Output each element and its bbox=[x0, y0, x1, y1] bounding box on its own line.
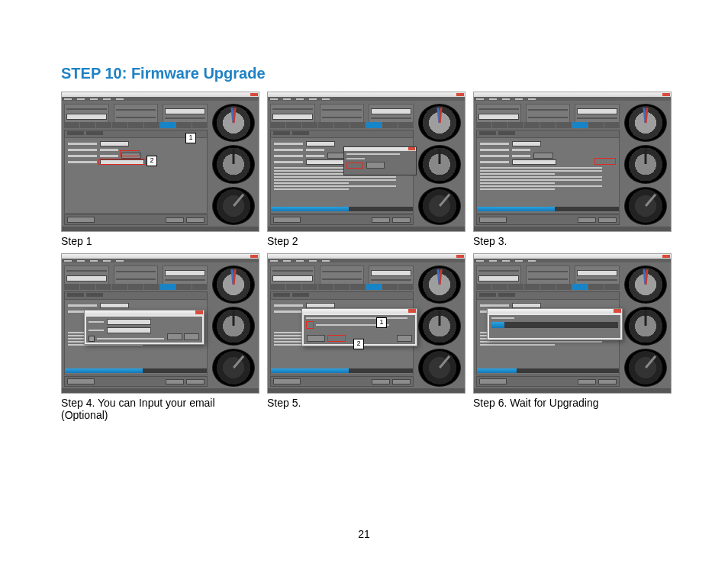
step-3-caption: Step 3. bbox=[473, 235, 672, 247]
step-1-cell: 1 2 Step 1 bbox=[61, 92, 259, 247]
callout-2: 2 bbox=[353, 339, 364, 349]
callout-1: 1 bbox=[376, 317, 387, 328]
side-gauge bbox=[212, 145, 255, 183]
step-6-caption: Step 6. Wait for Upgrading bbox=[473, 397, 672, 409]
registration-dialog bbox=[84, 310, 205, 345]
screenshot-grid: 1 2 Step 1 bbox=[61, 92, 667, 421]
step-5-cell: 1 2 Step 5. bbox=[267, 253, 465, 421]
step-3-screenshot bbox=[473, 92, 672, 232]
check-button-highlight bbox=[120, 150, 140, 156]
step-2-screenshot bbox=[267, 92, 465, 232]
callout-2: 2 bbox=[147, 156, 157, 166]
step-4-caption: Step 4. You can Input your email (Option… bbox=[61, 397, 259, 421]
yes-button-highlight bbox=[346, 162, 363, 169]
page-number: 21 bbox=[0, 528, 728, 540]
cancel-button bbox=[167, 333, 182, 340]
step-4-screenshot bbox=[61, 253, 259, 394]
progress-dialog bbox=[487, 308, 623, 340]
ok-button bbox=[397, 335, 412, 342]
step-5-screenshot: 1 2 bbox=[267, 253, 465, 394]
heading-gauge bbox=[212, 187, 255, 225]
version-dropdown-highlight bbox=[98, 159, 146, 165]
checkbox-highlight bbox=[306, 321, 314, 329]
attitude-gauge bbox=[212, 104, 255, 142]
step-2-caption: Step 2 bbox=[267, 235, 465, 247]
step-4-cell: Step 4. You can Input your email (Option… bbox=[61, 253, 259, 421]
step-1-caption: Step 1 bbox=[61, 235, 259, 247]
section-title: STEP 10: Firmware Upgrade bbox=[61, 65, 667, 82]
upgrade-button-highlight bbox=[594, 158, 616, 165]
confirm-dialog bbox=[343, 146, 417, 175]
step-2-cell: Step 2 bbox=[267, 92, 465, 247]
step-6-screenshot bbox=[473, 253, 672, 394]
callout-1: 1 bbox=[185, 133, 196, 143]
step-1-screenshot: 1 2 bbox=[61, 92, 259, 232]
step-6-cell: Step 6. Wait for Upgrading bbox=[473, 253, 672, 421]
ok-button bbox=[184, 333, 199, 340]
install-button-highlight bbox=[327, 335, 346, 342]
step-3-cell: Step 3. bbox=[473, 92, 672, 247]
step-5-caption: Step 5. bbox=[267, 397, 465, 409]
